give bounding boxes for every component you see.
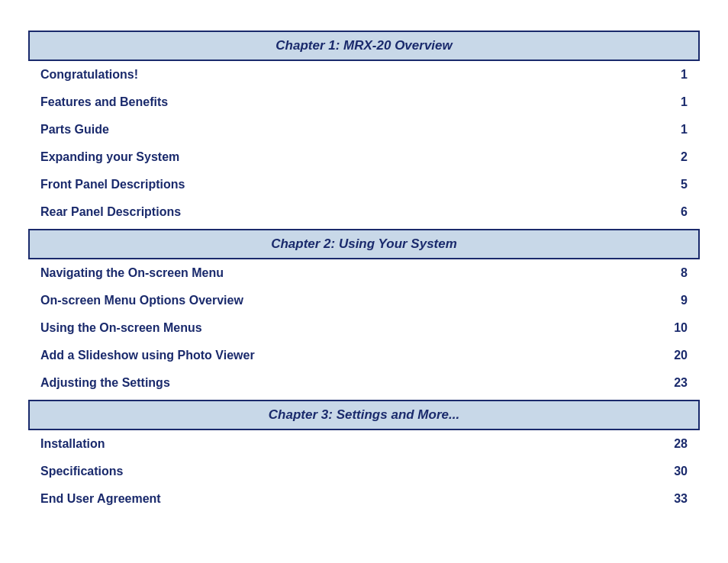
toc-row[interactable]: Adjusting the Settings23	[28, 369, 700, 397]
toc-item-title: Adjusting the Settings	[40, 376, 170, 390]
toc-item-title: Front Panel Descriptions	[40, 178, 185, 191]
chapter-title-3: Chapter 3: Settings and More...	[269, 407, 459, 422]
toc-row[interactable]: Rear Panel Descriptions6	[28, 198, 700, 226]
toc-item-page: 5	[665, 178, 688, 191]
chapter-header-2: Chapter 2: Using Your System	[28, 229, 700, 259]
toc-row[interactable]: Installation28	[28, 430, 700, 458]
chapter-items-1: Congratulations!1Features and Benefits1P…	[28, 61, 700, 226]
toc-row[interactable]: Congratulations!1	[28, 61, 700, 88]
toc-row[interactable]: Add a Slideshow using Photo Viewer20	[28, 342, 700, 369]
toc-row[interactable]: On-screen Menu Options Overview9	[28, 287, 700, 314]
toc-item-page: 9	[665, 294, 688, 307]
chapter-title-1: Chapter 1: MRX-20 Overview	[275, 38, 452, 53]
toc-item-title: Navigating the On-screen Menu	[40, 266, 224, 280]
toc-item-title: Installation	[40, 437, 105, 451]
toc-item-page: 28	[665, 437, 688, 451]
chapter-header-1: Chapter 1: MRX-20 Overview	[28, 31, 700, 61]
chapter-header-3: Chapter 3: Settings and More...	[28, 400, 700, 430]
toc-row[interactable]: Parts Guide1	[28, 116, 700, 143]
toc-item-title: Features and Benefits	[40, 95, 168, 109]
toc-item-title: Specifications	[40, 465, 123, 478]
toc-item-page: 6	[665, 205, 688, 219]
toc-item-page: 1	[665, 95, 688, 109]
chapter-items-3: Installation28Specifications30End User A…	[28, 430, 700, 513]
toc-row[interactable]: Navigating the On-screen Menu8	[28, 259, 700, 287]
toc-item-page: 20	[665, 349, 688, 362]
table-of-contents: Chapter 1: MRX-20 OverviewCongratulation…	[28, 31, 700, 516]
toc-item-page: 23	[665, 376, 688, 390]
toc-item-page: 2	[665, 150, 688, 164]
toc-item-page: 33	[665, 492, 688, 506]
toc-item-title: Congratulations!	[40, 68, 138, 82]
toc-item-title: Rear Panel Descriptions	[40, 205, 181, 219]
toc-row[interactable]: Using the On-screen Menus10	[28, 314, 700, 342]
toc-item-page: 1	[665, 123, 688, 137]
toc-row[interactable]: End User Agreement33	[28, 485, 700, 513]
toc-item-page: 8	[665, 266, 688, 280]
toc-item-title: Add a Slideshow using Photo Viewer	[40, 349, 255, 362]
chapter-items-2: Navigating the On-screen Menu8On-screen …	[28, 259, 700, 397]
toc-item-page: 10	[665, 321, 688, 335]
chapter-title-2: Chapter 2: Using Your System	[271, 236, 457, 251]
toc-item-page: 30	[665, 465, 688, 478]
toc-item-title: Using the On-screen Menus	[40, 321, 202, 335]
toc-item-page: 1	[665, 68, 688, 82]
toc-row[interactable]: Expanding your System2	[28, 143, 700, 171]
toc-item-title: Expanding your System	[40, 150, 179, 164]
toc-item-title: Parts Guide	[40, 123, 109, 137]
toc-row[interactable]: Specifications30	[28, 458, 700, 485]
toc-item-title: End User Agreement	[40, 492, 161, 506]
toc-row[interactable]: Front Panel Descriptions5	[28, 171, 700, 198]
toc-row[interactable]: Features and Benefits1	[28, 88, 700, 116]
toc-item-title: On-screen Menu Options Overview	[40, 294, 243, 307]
